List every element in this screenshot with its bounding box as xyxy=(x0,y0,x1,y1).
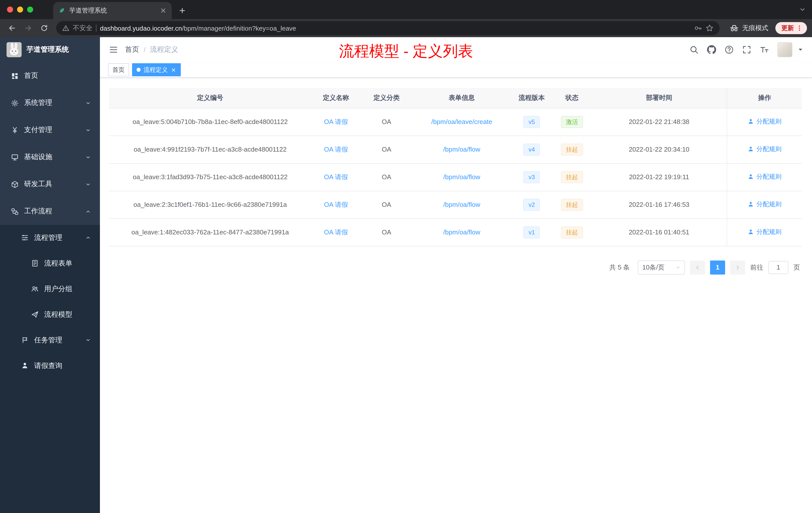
sidebar-item-process-model[interactable]: 流程模型 xyxy=(0,302,100,327)
table-row: oa_leave:3:1fad3d93-7b75-11ec-a3c8-acde4… xyxy=(109,163,802,191)
tag-close-icon[interactable] xyxy=(171,67,176,72)
browser-menu-dots-icon[interactable] xyxy=(796,25,803,32)
plus-icon xyxy=(178,6,186,14)
prev-page-button[interactable] xyxy=(690,260,705,274)
definition-id: oa_leave:2:3c1f0ef1-76b1-11ec-9c66-a2380… xyxy=(109,191,311,218)
font-size-icon[interactable] xyxy=(760,45,769,54)
active-tag-dot xyxy=(137,68,141,72)
definition-category: OA xyxy=(360,218,412,246)
form-info-link[interactable]: /bpm/oa/leave/create xyxy=(431,118,492,125)
definition-category: OA xyxy=(360,191,412,218)
search-icon[interactable] xyxy=(690,45,698,54)
next-page-button[interactable] xyxy=(730,260,745,274)
fullscreen-icon[interactable] xyxy=(742,45,751,54)
chevron-down-icon xyxy=(85,127,91,133)
table-row: oa_leave:2:3c1f0ef1-76b1-11ec-9c66-a2380… xyxy=(109,191,802,218)
tab-search-chevron-icon[interactable] xyxy=(799,6,806,13)
browser-tab[interactable]: 芋道管理系统 xyxy=(53,2,172,19)
sidebar-item-system[interactable]: 系统管理 xyxy=(0,89,100,117)
chevron-down-icon xyxy=(85,181,91,187)
key-icon[interactable] xyxy=(694,24,702,32)
page-size-select[interactable]: 10条/页 xyxy=(638,260,685,274)
total-count-label: 共 5 条 xyxy=(609,263,630,272)
user-avatar[interactable] xyxy=(777,42,792,57)
sidebar-item-process-manage[interactable]: 流程管理 xyxy=(0,225,100,250)
form-info-link[interactable]: /bpm/oa/flow xyxy=(443,146,480,153)
update-button[interactable]: 更新 xyxy=(775,22,807,34)
address-bar[interactable]: 不安全 dashboard.yudao.iocoder.cn/bpm/manag… xyxy=(56,21,720,35)
back-button[interactable] xyxy=(5,21,19,35)
form-info-link[interactable]: /bpm/oa/flow xyxy=(443,173,480,181)
incognito-label: 无痕模式 xyxy=(742,24,768,33)
deploy-time: 2022-01-22 21:48:38 xyxy=(591,108,727,135)
current-page-button[interactable]: 1 xyxy=(710,260,725,274)
avatar-caret-down-icon[interactable] xyxy=(798,47,803,52)
version-tag: v2 xyxy=(523,199,540,211)
form-icon xyxy=(31,260,39,267)
goto-label: 前往 xyxy=(750,263,763,272)
form-info-link[interactable]: /bpm/oa/flow xyxy=(443,229,480,236)
forward-button[interactable] xyxy=(21,21,35,35)
minimize-window-button[interactable] xyxy=(17,6,23,12)
column-header: 操作 xyxy=(727,88,802,108)
definition-name-link[interactable]: OA 请假 xyxy=(324,145,348,153)
table-row: oa_leave:5:004b710b-7b8a-11ec-8ef0-acde4… xyxy=(109,108,802,135)
new-tab-button[interactable] xyxy=(176,4,189,17)
definition-name-link[interactable]: OA 请假 xyxy=(324,201,348,208)
logo-avatar xyxy=(6,42,22,57)
page-unit-label: 页 xyxy=(793,263,800,272)
sidebar-item-task-manage[interactable]: 任务管理 xyxy=(0,327,100,353)
table-body: oa_leave:5:004b710b-7b8a-11ec-8ef0-acde4… xyxy=(109,108,802,246)
zoom-window-button[interactable] xyxy=(27,6,33,12)
top-navbar: 首页 / 流程定义 xyxy=(100,37,812,62)
sidebar-item-workflow[interactable]: 工作流程 xyxy=(0,198,100,225)
tab-close-icon[interactable] xyxy=(160,7,167,14)
deploy-time: 2022-01-16 17:46:53 xyxy=(591,191,727,218)
person-icon xyxy=(21,362,29,369)
definition-name-link[interactable]: OA 请假 xyxy=(324,118,348,125)
github-icon[interactable] xyxy=(707,45,716,54)
divider xyxy=(96,25,96,32)
column-header: 流程版本 xyxy=(511,88,553,108)
goto-page-input[interactable] xyxy=(768,261,788,274)
definition-id: oa_leave:4:991f2193-7b7f-11ec-a3c8-acde4… xyxy=(109,135,311,163)
column-header: 定义名称 xyxy=(311,88,360,108)
browser-window: 芋道管理系统 不安全 dashboard.yudao.iocoder.cn/bp… xyxy=(0,0,812,513)
sidebar-item-process-form[interactable]: 流程表单 xyxy=(0,250,100,276)
reload-button[interactable] xyxy=(37,21,51,35)
close-window-button[interactable] xyxy=(7,6,13,12)
user-small-icon xyxy=(748,174,754,180)
sidebar-item-user-group[interactable]: 用户分组 xyxy=(0,276,100,302)
sidebar-item-leave-query[interactable]: 请假查询 xyxy=(0,353,100,379)
assign-rule-link[interactable]: 分配规则 xyxy=(748,145,781,154)
sidebar-item-payment[interactable]: 支付管理 xyxy=(0,117,100,144)
chevron-down-icon xyxy=(85,337,91,343)
assign-rule-link[interactable]: 分配规则 xyxy=(748,173,781,181)
security-label: 不安全 xyxy=(73,24,92,33)
breadcrumb-separator: / xyxy=(144,46,146,54)
status-tag: 激活 xyxy=(561,116,583,128)
tag-view-item[interactable]: 首页 xyxy=(108,63,129,76)
definition-id: oa_leave:1:482ec033-762a-11ec-8477-a2380… xyxy=(109,218,311,246)
flow-manage-icon xyxy=(21,234,29,241)
breadcrumb-home[interactable]: 首页 xyxy=(125,45,139,54)
definition-name-link[interactable]: OA 请假 xyxy=(324,228,348,236)
dashboard-icon xyxy=(11,72,19,80)
user-small-icon xyxy=(748,146,754,152)
sidebar-item-infra[interactable]: 基础设施 xyxy=(0,144,100,171)
assign-rule-link[interactable]: 分配规则 xyxy=(748,228,781,236)
tag-view-item[interactable]: 流程定义 xyxy=(132,63,181,76)
form-info-link[interactable]: /bpm/oa/flow xyxy=(443,201,480,208)
sidebar-fold-icon[interactable] xyxy=(109,45,118,54)
assign-rule-link[interactable]: 分配规则 xyxy=(748,200,781,209)
bookmark-star-icon[interactable] xyxy=(705,24,714,32)
definition-name-link[interactable]: OA 请假 xyxy=(324,173,348,180)
definition-id: oa_leave:3:1fad3d93-7b75-11ec-a3c8-acde4… xyxy=(109,163,311,191)
sidebar-item-devtools[interactable]: 研发工具 xyxy=(0,171,100,198)
incognito-icon xyxy=(730,24,739,33)
deploy-time: 2022-01-22 20:34:10 xyxy=(591,135,727,163)
assign-rule-link[interactable]: 分配规则 xyxy=(748,117,781,126)
version-tag: v1 xyxy=(523,226,540,238)
help-icon[interactable] xyxy=(725,45,734,54)
sidebar-item-home[interactable]: 首页 xyxy=(0,62,100,89)
